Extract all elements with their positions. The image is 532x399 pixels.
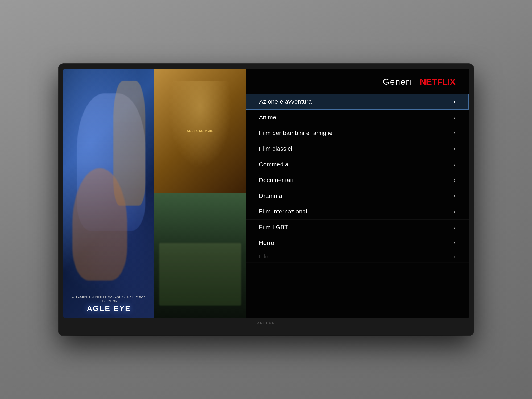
tv-brand-label: UNITED	[256, 321, 275, 325]
menu-item-label-internazionali: Film internazionali	[259, 208, 309, 215]
menu-item-label-dramma: Dramma	[259, 192, 282, 199]
menu-item-label-horror: Horror	[259, 240, 276, 246]
menu-item-label-anime: Anime	[259, 114, 276, 121]
eagle-actors-text: A. LABEOUF MICHELLE MONAGHAN & BILLY BOB…	[69, 296, 149, 303]
chevron-icon-partial: ›	[454, 254, 456, 260]
menu-item-azione[interactable]: Azione e avventura ›	[246, 94, 469, 110]
apes-title-block: ANETA SCIMMIE	[184, 126, 216, 135]
chevron-icon-bambini: ›	[454, 130, 456, 136]
menu-item-documentari[interactable]: Documentari ›	[246, 172, 469, 188]
menu-panel: Generi NETFLIX Azione e avventura › Anim…	[246, 69, 469, 318]
eagle-main-title: AGLE EYE	[69, 304, 149, 313]
menu-item-label-partial: Film...	[259, 254, 274, 260]
menu-item-label-classici: Film classici	[259, 145, 292, 152]
netflix-logo: NETFLIX	[420, 77, 456, 87]
menu-header: Generi NETFLIX	[246, 77, 469, 94]
menu-item-label-commedia: Commedia	[259, 161, 288, 168]
menu-item-label-bambini: Film per bambini e famiglie	[259, 130, 332, 137]
poster-grid: A. LABEOUF MICHELLE MONAGHAN & BILLY BOB…	[63, 69, 246, 318]
menu-item-anime[interactable]: Anime ›	[246, 110, 469, 125]
chevron-icon-commedia: ›	[454, 161, 456, 167]
chevron-icon-horror: ›	[454, 240, 456, 246]
chevron-icon-dramma: ›	[454, 193, 456, 199]
chevron-icon-anime: ›	[454, 114, 456, 120]
poster-area: A. LABEOUF MICHELLE MONAGHAN & BILLY BOB…	[63, 69, 246, 318]
eagle-title-block: A. LABEOUF MICHELLE MONAGHAN & BILLY BOB…	[69, 296, 149, 313]
menu-item-partial[interactable]: Film... ›	[246, 251, 469, 263]
menu-item-classici[interactable]: Film classici ›	[246, 141, 469, 157]
menu-item-lgbt[interactable]: Film LGBT ›	[246, 220, 469, 235]
chevron-icon-documentari: ›	[454, 177, 456, 183]
tv-screen: A. LABEOUF MICHELLE MONAGHAN & BILLY BOB…	[63, 69, 469, 318]
menu-list: Azione e avventura › Anime › Film per ba…	[246, 94, 469, 310]
wall: A. LABEOUF MICHELLE MONAGHAN & BILLY BOB…	[0, 0, 532, 399]
chevron-icon-lgbt: ›	[454, 224, 456, 230]
menu-item-commedia[interactable]: Commedia ›	[246, 157, 469, 172]
menu-item-bambini[interactable]: Film per bambini e famiglie ›	[246, 125, 469, 141]
tv-set: A. LABEOUF MICHELLE MONAGHAN & BILLY BOB…	[59, 64, 474, 335]
chevron-icon-classici: ›	[454, 146, 456, 152]
menu-item-label-documentari: Documentari	[259, 177, 294, 184]
menu-item-dramma[interactable]: Dramma ›	[246, 188, 469, 204]
menu-item-label-azione: Azione e avventura	[259, 98, 312, 105]
menu-item-horror[interactable]: Horror ›	[246, 235, 469, 251]
poster-riders	[154, 193, 246, 318]
generi-title: Generi	[383, 77, 412, 87]
apes-title-text: ANETA SCIMMIE	[187, 129, 213, 133]
menu-item-internazionali[interactable]: Film internazionali ›	[246, 204, 469, 220]
chevron-icon-internazionali: ›	[454, 208, 456, 215]
screen-content: A. LABEOUF MICHELLE MONAGHAN & BILLY BOB…	[63, 69, 469, 318]
poster-planet-apes: ANETA SCIMMIE	[154, 69, 246, 194]
eagle-woman-figure	[72, 168, 127, 281]
menu-item-label-lgbt: Film LGBT	[259, 224, 288, 231]
chevron-icon-azione: ›	[453, 98, 455, 105]
poster-eagle-eye: A. LABEOUF MICHELLE MONAGHAN & BILLY BOB…	[63, 69, 155, 318]
